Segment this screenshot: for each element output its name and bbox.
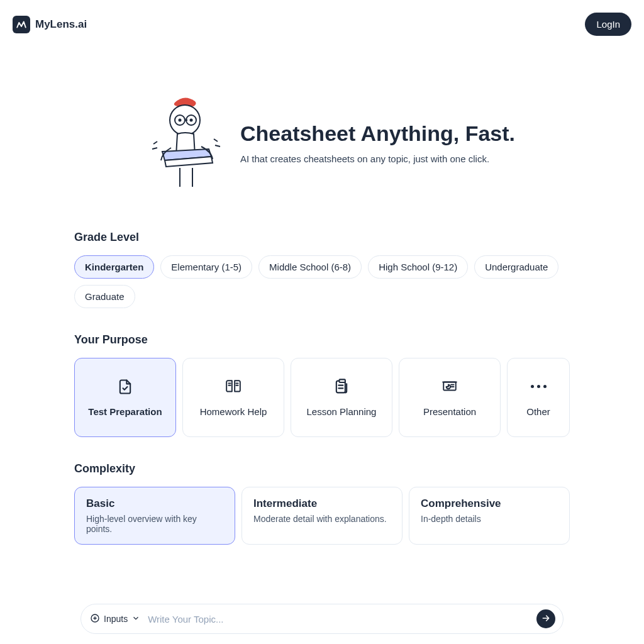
purpose-card-lesson-planning[interactable]: Lesson Planning	[291, 358, 392, 437]
grade-pill-graduate[interactable]: Graduate	[74, 285, 135, 308]
hero-text: Cheatsheet Anything, Fast. AI that creat…	[240, 121, 515, 164]
main: Cheatsheet Anything, Fast. AI that creat…	[74, 48, 570, 545]
svg-rect-6	[340, 379, 345, 382]
complexity-options: Basic High-level overview with key point…	[74, 487, 570, 545]
purpose-card-test-preparation[interactable]: Test Preparation	[74, 358, 176, 437]
complexity-card-comprehensive[interactable]: Comprehensive In-depth details	[409, 487, 570, 545]
complexity-card-desc: In-depth details	[421, 514, 558, 524]
inputs-label: Inputs	[104, 614, 128, 624]
clipboard-icon	[331, 379, 352, 395]
purpose-title: Your Purpose	[74, 333, 570, 347]
grade-level-options: Kindergarten Elementary (1-5) Middle Sch…	[74, 255, 570, 308]
complexity-card-desc: Moderate detail with explanations.	[253, 514, 391, 524]
purpose-label: Test Preparation	[88, 406, 162, 417]
svg-point-4	[190, 119, 193, 122]
grade-pill-high-school[interactable]: High School (9-12)	[368, 255, 468, 279]
dots-icon	[528, 379, 549, 395]
doc-check-icon	[114, 379, 136, 395]
hero: Cheatsheet Anything, Fast. AI that creat…	[74, 92, 570, 193]
book-open-icon	[223, 379, 244, 395]
plus-circle-icon	[90, 613, 100, 625]
brand-logo-icon	[13, 16, 30, 33]
complexity-card-title: Intermediate	[253, 497, 391, 510]
complexity-card-intermediate[interactable]: Intermediate Moderate detail with explan…	[242, 487, 402, 545]
purpose-label: Lesson Planning	[307, 406, 377, 417]
complexity-card-desc: High-level overview with key points.	[86, 514, 223, 534]
hero-illustration	[143, 92, 225, 193]
header: MyLens.ai LogIn	[0, 0, 644, 48]
topic-input-bar: Inputs	[80, 604, 564, 634]
grade-pill-kindergarten[interactable]: Kindergarten	[74, 255, 154, 279]
grade-pill-undergraduate[interactable]: Undergraduate	[474, 255, 558, 279]
hero-title: Cheatsheet Anything, Fast.	[240, 121, 515, 146]
purpose-options: Test Preparation Homework Help Lesson Pl…	[74, 358, 570, 437]
purpose-label: Presentation	[423, 406, 476, 417]
arrow-right-icon	[541, 613, 551, 625]
purpose-card-presentation[interactable]: Presentation	[399, 358, 501, 437]
complexity-card-title: Comprehensive	[421, 497, 558, 510]
brand-name: MyLens.ai	[35, 18, 87, 31]
hero-subtitle: AI that creates cheatsheets on any topic…	[240, 153, 515, 164]
grade-level-title: Grade Level	[74, 231, 570, 244]
complexity-card-title: Basic	[86, 497, 223, 510]
presentation-icon	[439, 379, 460, 395]
chevron-down-icon	[131, 614, 140, 625]
grade-pill-elementary[interactable]: Elementary (1-5)	[160, 255, 252, 279]
complexity-title: Complexity	[74, 462, 570, 475]
submit-button[interactable]	[536, 609, 555, 628]
purpose-card-homework-help[interactable]: Homework Help	[182, 358, 284, 437]
brand[interactable]: MyLens.ai	[13, 16, 87, 33]
svg-point-3	[179, 119, 182, 122]
topic-input[interactable]	[148, 614, 530, 625]
purpose-label: Other	[526, 406, 550, 417]
complexity-card-basic[interactable]: Basic High-level overview with key point…	[74, 487, 235, 545]
purpose-label: Homework Help	[200, 406, 267, 417]
inputs-dropdown[interactable]: Inputs	[89, 611, 142, 628]
login-button[interactable]: LogIn	[585, 13, 631, 36]
purpose-card-other[interactable]: Other	[507, 358, 570, 437]
grade-pill-middle-school[interactable]: Middle School (6-8)	[258, 255, 362, 279]
